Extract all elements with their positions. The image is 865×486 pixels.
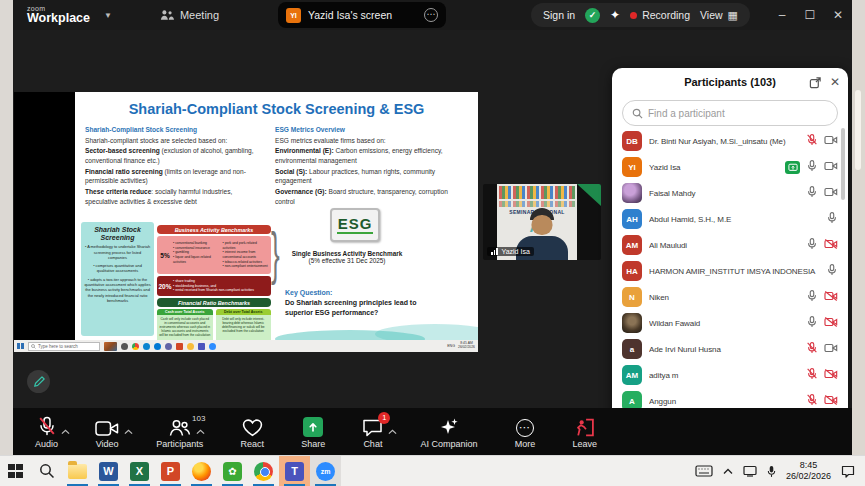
desktop-edge [852, 30, 865, 455]
five-percent-box: 5% conventional bankingconventional insu… [157, 236, 271, 274]
teams-icon: T [285, 462, 304, 481]
benchmarks-stack: Business Activity Benchmarks 5% conventi… [157, 225, 271, 340]
ai-companion-button[interactable]: AI Companion [421, 415, 478, 449]
participant-row[interactable]: AAnggun [612, 388, 848, 408]
view-button[interactable]: View ▦ [700, 9, 738, 22]
powerpoint-icon: P [161, 462, 180, 481]
taskbar-teams[interactable]: T [279, 456, 310, 486]
zoom-window: zoom Workplace ▼ Meeting YI Yazid Isa's … [13, 0, 852, 455]
participant-row[interactable]: NNiken [612, 284, 848, 310]
taskbar-search[interactable] [31, 456, 62, 486]
participant-row[interactable]: aAde Irvi Nurul Husna [612, 336, 848, 362]
teams-call-icon[interactable] [165, 343, 172, 350]
meeting-tab-label: Meeting [180, 9, 219, 21]
recording-indicator: Recording [630, 9, 690, 21]
camera-off-icon [824, 366, 838, 384]
sign-in-button[interactable]: Sign in [543, 9, 575, 21]
chevron-up-icon[interactable] [61, 421, 70, 439]
pop-out-icon[interactable] [809, 76, 822, 89]
speaker-video-thumbnail[interactable]: SEMINAR NASIONAL AI Yazid Isa [483, 184, 601, 260]
participant-row[interactable]: AHAbdul Hamid, S.H., M.E [612, 206, 848, 232]
hidden-icons-chevron[interactable] [723, 468, 733, 475]
search-input[interactable] [648, 108, 828, 119]
participant-search[interactable] [622, 100, 838, 126]
taskbar-firefox[interactable] [186, 456, 217, 486]
powerpoint-icon[interactable] [176, 343, 183, 350]
file-explorer-icon[interactable] [187, 343, 194, 350]
shared-search-box[interactable]: Type here to search [28, 342, 100, 351]
ai-companion-icon [439, 415, 459, 437]
chevron-up-icon[interactable] [124, 421, 133, 439]
taskbar-clock[interactable]: 8:4526/02/2026 [786, 460, 831, 483]
mic-muted-icon [806, 340, 818, 358]
close-button[interactable]: ✕ [824, 0, 852, 30]
taskbar-zoom[interactable]: zm [310, 456, 341, 486]
taskbar-powerpoint[interactable]: P [155, 456, 186, 486]
video-button[interactable]: Video [95, 415, 119, 449]
screen: zoom Workplace ▼ Meeting YI Yazid Isa's … [0, 0, 865, 486]
widgets-icon[interactable] [104, 342, 117, 351]
video-icon [95, 415, 119, 437]
chevron-up-icon[interactable] [196, 421, 205, 439]
sponsor-logos [499, 186, 575, 199]
slide-point: Financial ratio screening (limits on lev… [85, 167, 267, 185]
security-shield-icon[interactable]: ✓ [585, 8, 600, 23]
ai-sparkle-icon[interactable]: ✦ [610, 8, 620, 22]
chat-button[interactable]: 1 Chat [362, 415, 383, 449]
financial-ratio-header: Financial Ratio Benchmarks [157, 298, 271, 307]
signal-icon [491, 248, 499, 255]
close-panel-icon[interactable]: ✕ [830, 75, 840, 89]
slide-point: Social (S): Labour practices, human righ… [275, 167, 469, 185]
cast-display-icon[interactable] [743, 465, 757, 477]
participant-name: HARMON AMIR_INSTITUT IMSYA INDONESIA [649, 267, 819, 276]
taskbar-file-explorer[interactable] [62, 456, 93, 486]
task-view-icon[interactable] [121, 343, 128, 350]
participant-row[interactable]: AMaditya m [612, 362, 848, 388]
maximize-button[interactable]: ☐ [796, 0, 824, 30]
tray-mic-icon[interactable] [767, 465, 776, 478]
chevron-down-icon[interactable]: ▼ [104, 11, 112, 20]
taskbar-start[interactable] [0, 456, 31, 486]
more-button[interactable]: ⋯ More [515, 415, 536, 449]
layout-grid-icon: ▦ [728, 9, 738, 22]
audio-button[interactable]: Audio [35, 415, 58, 449]
mic-muted-icon [806, 132, 818, 150]
edge-icon[interactable] [143, 343, 150, 350]
taskbar-word[interactable]: W [93, 456, 124, 486]
participant-row[interactable]: Faisal Mahdy [612, 180, 848, 206]
taskbar-green-app[interactable]: ✿ [217, 456, 248, 486]
react-button[interactable]: React [241, 415, 265, 449]
participant-row[interactable]: HAHARMON AMIR_INSTITUT IMSYA INDONESIA [612, 258, 848, 284]
chevron-up-icon[interactable] [388, 421, 397, 439]
word-icon: W [99, 462, 118, 481]
list-item: A methodology to undertake Shariah scree… [84, 244, 151, 260]
participants-button[interactable]: 103 Participants [156, 415, 203, 449]
skype-icon[interactable] [154, 343, 161, 350]
zoom-icon[interactable] [209, 343, 216, 350]
start-icon[interactable] [17, 343, 24, 350]
meeting-stage: Shariah-Compliant Stock Screening & ESG … [13, 30, 852, 408]
touch-keyboard-icon[interactable] [695, 465, 713, 477]
tab-shared-screen[interactable]: YI Yazid Isa's screen ⋯ [278, 2, 446, 28]
zoom-workplace-brand[interactable]: zoom Workplace ▼ [27, 5, 112, 25]
tab-options-icon[interactable]: ⋯ [424, 8, 438, 22]
participant-row[interactable]: YIYazid Isa [612, 154, 848, 180]
participant-name: Niken [649, 293, 799, 302]
minimize-button[interactable]: – [768, 0, 796, 30]
leave-button[interactable]: Leave [572, 415, 597, 449]
share-button[interactable]: Share [301, 415, 325, 449]
avatar: YI [622, 157, 642, 177]
teams-icon[interactable] [198, 343, 205, 350]
taskbar-excel[interactable]: X [124, 456, 155, 486]
pencil-icon [33, 376, 45, 388]
shared-screen: Shariah-Compliant Stock Screening & ESG … [14, 92, 478, 352]
action-center-icon[interactable] [841, 465, 855, 478]
tab-meeting[interactable]: Meeting [160, 9, 219, 21]
participant-row[interactable]: AMAli Mauludi [612, 232, 848, 258]
scrollbar[interactable] [841, 128, 845, 200]
participant-row[interactable]: Wildan Fawaid [612, 310, 848, 336]
chrome-icon[interactable] [132, 343, 139, 350]
taskbar-chrome[interactable] [248, 456, 279, 486]
annotate-button[interactable] [27, 370, 50, 393]
participant-row[interactable]: DBDr. Binti Nur Asiyah, M.Si._uinsatu (M… [612, 128, 848, 154]
